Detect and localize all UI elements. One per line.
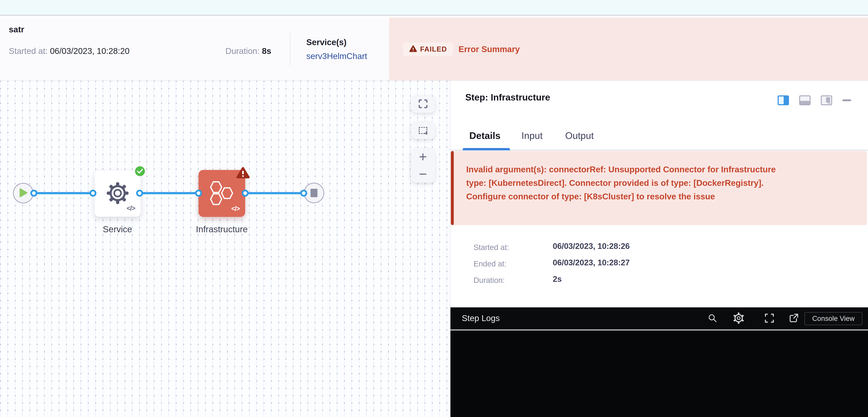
services-label: Service(s) [306, 37, 346, 47]
duration-label: Duration: [225, 46, 260, 56]
panel-tabs: Details Input Output [451, 129, 868, 150]
duration-line: Duration: 8s [225, 46, 271, 56]
tab-input[interactable]: Input [522, 130, 543, 141]
console-view-button[interactable]: Console View [805, 312, 862, 325]
error-header-zone: FAILED Error Summary [389, 18, 868, 80]
edge-port [242, 190, 249, 197]
tabs-divider [451, 150, 868, 150]
step-detail-panel: Step: Infrastructure Details Input Outpu… [450, 81, 868, 417]
warning-triangle-icon [409, 45, 417, 53]
zoom-in-button[interactable]: + [419, 150, 427, 164]
edge-port [195, 190, 202, 197]
expand-icon [765, 313, 774, 323]
log-settings-button[interactable] [733, 312, 744, 324]
marquee-select-icon [419, 127, 427, 134]
panel-title: Step: Infrastructure [465, 92, 550, 103]
pipeline-name: satr [9, 25, 24, 34]
status-badge: FAILED [403, 42, 453, 56]
canvas-fullscreen-button[interactable] [411, 96, 435, 113]
hexagons-icon [208, 179, 236, 208]
duration-value: 8s [262, 46, 271, 56]
detail-row-duration: Duration: 2s [473, 275, 766, 291]
tab-details[interactable]: Details [469, 130, 501, 141]
canvas-controls: + − [411, 96, 435, 182]
code-view-toggle[interactable]: </> [127, 205, 135, 212]
error-message: Invalid argument(s): connectorRef: Unsup… [466, 163, 855, 203]
failure-warning-icon [236, 167, 250, 180]
stop-icon [310, 189, 317, 197]
connector-line [34, 192, 304, 194]
started-at-value: 06/03/2023, 10:28:20 [50, 46, 129, 56]
canvas-zoom-control: + − [411, 148, 435, 182]
fullscreen-icon [418, 99, 428, 109]
code-view-toggle[interactable]: </> [231, 205, 240, 212]
log-open-new-tab-button[interactable] [788, 312, 800, 324]
log-search-button[interactable] [707, 312, 718, 324]
play-icon [19, 188, 28, 198]
started-at-label: Started at: [9, 46, 48, 56]
step-logs-title: Step Logs [462, 307, 500, 329]
log-console-area[interactable] [451, 331, 868, 417]
minimize-panel-button[interactable] [842, 99, 851, 101]
top-strip [0, 0, 868, 16]
edge-port [300, 190, 307, 197]
status-badge-label: FAILED [420, 45, 447, 53]
execution-header: satr Started at: 06/03/2023, 10:28:20 Du… [0, 18, 868, 81]
error-accent-bar [451, 151, 454, 225]
external-link-icon [789, 313, 799, 323]
detail-row-ended: Ended at: 06/03/2023, 10:28:27 [473, 258, 766, 275]
active-tab-indicator [463, 148, 510, 150]
started-at-line: Started at: 06/03/2023, 10:28:20 [9, 46, 129, 56]
service-link[interactable]: serv3HelmChart [306, 51, 367, 61]
edge-port [90, 190, 96, 197]
error-message-box: Invalid argument(s): connectorRef: Unsup… [451, 151, 867, 225]
edge-port [30, 190, 37, 197]
zoom-out-button[interactable]: − [419, 167, 427, 181]
pipeline-canvas[interactable]: </> </> Service Infrastructure [0, 81, 450, 417]
step-details: Started at: 06/03/2023, 10:28:26 Ended a… [473, 242, 766, 291]
edge-port [136, 190, 143, 197]
error-summary-link[interactable]: Error Summary [459, 44, 520, 54]
panel-layout-switcher [778, 95, 851, 105]
gear-icon [106, 182, 129, 205]
node-label-infrastructure: Infrastructure [185, 224, 258, 234]
node-service[interactable]: </> [94, 170, 141, 217]
node-label-service: Service [81, 224, 154, 234]
layout-bottom-view-icon[interactable] [799, 95, 810, 105]
layout-right-view-icon[interactable] [778, 95, 789, 105]
log-fullscreen-button[interactable] [764, 312, 775, 324]
gear-icon [733, 312, 744, 324]
success-check-icon [135, 166, 145, 176]
canvas-select-button[interactable] [411, 122, 435, 139]
header-divider [290, 33, 290, 66]
step-logs-bar: Step Logs [451, 307, 868, 329]
detail-row-started: Started at: 06/03/2023, 10:28:26 [473, 242, 766, 258]
tab-output[interactable]: Output [565, 130, 594, 141]
search-icon [708, 313, 717, 323]
layout-float-view-icon[interactable] [821, 95, 832, 105]
